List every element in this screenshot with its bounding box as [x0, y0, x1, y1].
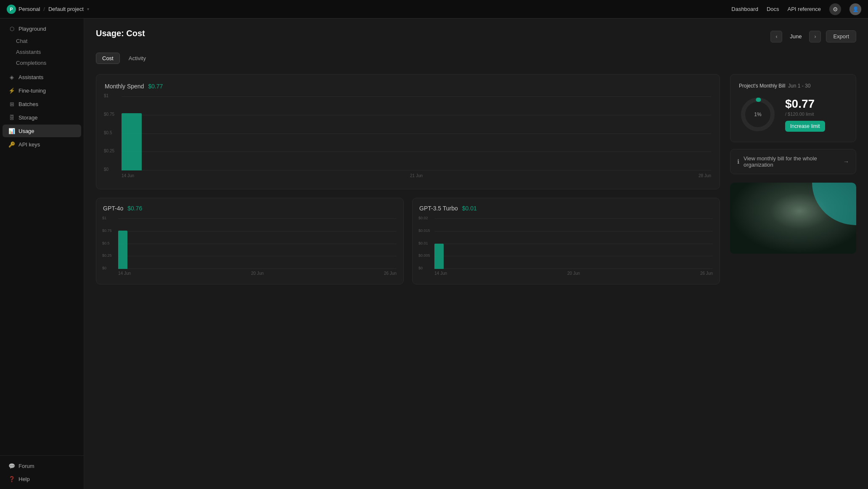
bar-slot [534, 218, 543, 269]
bar-slot [198, 218, 207, 269]
bar-slot [354, 96, 374, 170]
settings-icon[interactable]: ⚙ [829, 3, 841, 15]
bar-slot [268, 218, 277, 269]
gpt35-chart: $0.02 $0.015 $0.01 $0.005 $0 14 Jun 20 J… [419, 218, 713, 277]
bar-slot [357, 218, 367, 269]
fine-tuning-icon: ⚡ [8, 87, 15, 94]
tab-cost[interactable]: Cost [96, 53, 120, 64]
gpt4o-chart: $1 $0.75 $0.5 $0.25 $0 14 Jun 20 Jun [103, 218, 397, 277]
next-month-button[interactable]: › [809, 31, 821, 43]
bar-slot [368, 218, 377, 269]
bar-slot [494, 218, 503, 269]
sidebar-item-api-keys[interactable]: 🔑 API keys [3, 138, 81, 151]
right-panel-inner: Project's Monthly Bill Jun 1 - 30 1% [730, 74, 856, 254]
bar-slot [278, 218, 287, 269]
bar-slot [484, 218, 494, 269]
bar-slot [606, 96, 627, 170]
bar-slot [574, 218, 583, 269]
sidebar-item-assistants[interactable]: ◈ Assistants [3, 71, 81, 83]
avatar[interactable]: 👤 [849, 3, 861, 15]
bar-slot [164, 96, 184, 170]
monthly-spend-chart: $1 $0.75 $0.5 $0.25 $0 14 Jun 21 Jun 28 … [105, 96, 711, 181]
bar-slot [138, 218, 147, 269]
gpt4o-bars [118, 218, 397, 269]
docs-link[interactable]: Docs [767, 6, 779, 12]
sidebar-item-playground[interactable]: ⬡ Playground [3, 22, 81, 35]
topnav-left: P Personal / Default project ▾ [7, 5, 89, 14]
project-label[interactable]: Default project [48, 6, 84, 12]
sidebar-item-help[interactable]: ❓ Help [3, 473, 81, 485]
bar-slot [522, 96, 542, 170]
bar-slot [178, 218, 187, 269]
bar-slot [188, 218, 197, 269]
video-thumbnail [730, 183, 856, 254]
bar-slot [691, 96, 711, 170]
arrow-right-icon: → [843, 158, 849, 165]
gpt35-x-axis: 14 Jun 20 Jun 26 Jun [434, 269, 713, 277]
sidebar-item-batches[interactable]: ⊞ Batches [3, 98, 81, 110]
sidebar-item-completions[interactable]: Completions [12, 58, 81, 68]
bar-slot [604, 218, 613, 269]
bar-slot [128, 218, 138, 269]
bar-slot [158, 218, 167, 269]
bar-slot [459, 96, 479, 170]
org-bill-card[interactable]: ℹ View monthly bill for the whole organi… [730, 149, 856, 174]
video-person [730, 183, 856, 254]
bar-slot [684, 218, 693, 269]
sidebar-item-usage[interactable]: 📊 Usage [3, 125, 81, 137]
right-panel: Project's Monthly Bill Jun 1 - 30 1% [730, 74, 856, 293]
bar-slot [524, 218, 533, 269]
donut-section: 1% $0.77 / $120.00 limit Increase limit [739, 96, 847, 133]
bar-slot [206, 96, 226, 170]
bill-header: Project's Monthly Bill Jun 1 - 30 [739, 83, 847, 89]
bar-slot [649, 96, 669, 170]
dashboard-link[interactable]: Dashboard [731, 6, 758, 12]
bar-slot [258, 218, 267, 269]
bar-slot [375, 96, 395, 170]
bar [118, 231, 127, 269]
sidebar-item-fine-tuning[interactable]: ⚡ Fine-tuning [3, 84, 81, 97]
breadcrumb-separator: / [43, 6, 45, 12]
sidebar-item-assistants-sub[interactable]: Assistants [12, 47, 81, 57]
bar-slot [480, 96, 500, 170]
increase-limit-button[interactable]: Increase limit [785, 121, 825, 132]
bar-slot [208, 218, 217, 269]
prev-month-button[interactable]: ‹ [770, 31, 782, 43]
chart-area: Monthly Spend $0.77 $1 $0.75 $0.5 $0.25 … [96, 74, 720, 293]
bar-slot [624, 218, 633, 269]
assistants-icon: ◈ [8, 74, 15, 80]
gpt4o-x-axis: 14 Jun 20 Jun 26 Jun [118, 269, 397, 277]
gpt4o-title: GPT-4o $0.76 [103, 205, 397, 212]
donut-chart: 1% [739, 96, 777, 133]
bar-slot [311, 96, 331, 170]
sidebar-bottom: 💬 Forum ❓ Help [0, 455, 84, 486]
tab-activity[interactable]: Activity [122, 53, 152, 64]
layout: ⬡ Playground Chat Assistants Completions… [0, 19, 868, 489]
sidebar-item-chat[interactable]: Chat [12, 36, 81, 46]
video-thumb-inner [730, 183, 856, 254]
api-reference-link[interactable]: API reference [788, 6, 821, 12]
bar [434, 244, 444, 269]
bar-slot [288, 218, 297, 269]
bar-slot [445, 218, 454, 269]
gpt35-card: GPT-3.5 Turbo $0.01 $0.02 $0.015 $0.01 $… [412, 198, 720, 284]
sidebar-item-storage[interactable]: 🗄 Storage [3, 111, 81, 124]
bar-slot [318, 218, 327, 269]
bar-slot [704, 218, 713, 269]
sidebar-item-forum[interactable]: 💬 Forum [3, 460, 81, 472]
topnav: P Personal / Default project ▾ Dashboard… [0, 0, 868, 19]
bar-slot [332, 96, 352, 170]
org-label[interactable]: Personal [19, 6, 40, 12]
month-navigator: ‹ June › [770, 31, 821, 43]
bar-slot [504, 218, 513, 269]
bar-slot [227, 96, 247, 170]
bar-slot [584, 218, 593, 269]
bar-slot [544, 218, 553, 269]
export-button[interactable]: Export [826, 30, 856, 43]
bar-slot [387, 218, 397, 269]
bar-slot [634, 218, 643, 269]
monthly-spend-amount: $0.77 [148, 83, 163, 90]
bar-slot [644, 218, 653, 269]
bar-slot [228, 218, 237, 269]
bar-slot [118, 218, 127, 269]
